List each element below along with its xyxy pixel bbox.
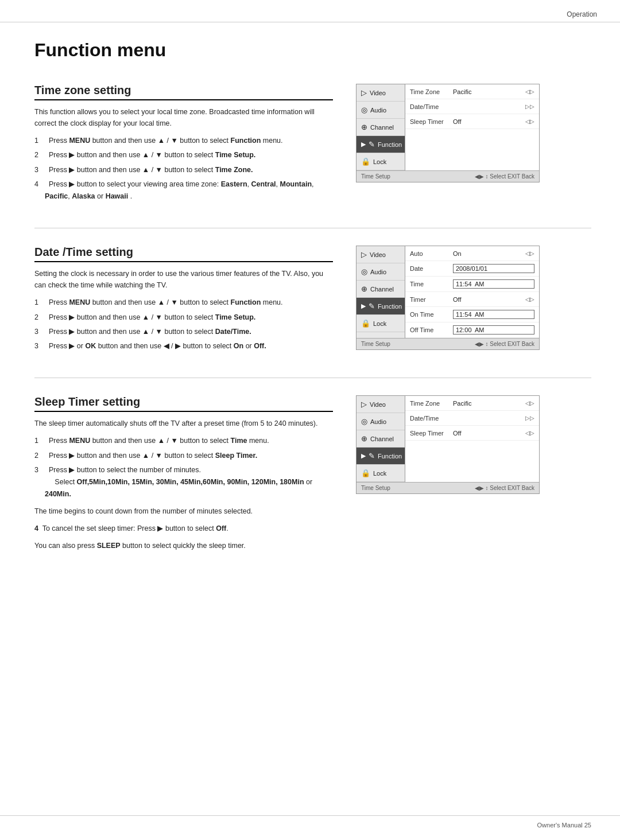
tv-menu: ▷ Video ◎ Audio ⊕ Channel ▶ ✎ Function bbox=[356, 84, 539, 170]
row-value-date: 2008/01/01 bbox=[453, 264, 534, 273]
footer-page-number: Owner's Manual 25 bbox=[537, 822, 591, 829]
tv-sidebar-st: ▷ Video ◎ Audio ⊕ Channel ▶ ✎ Function bbox=[356, 396, 405, 482]
row-arrow-dt-st: ▷▷ bbox=[525, 415, 534, 421]
tv-footer-datetime: Time Setup ◀▶ ↕ Select EXIT Back bbox=[356, 338, 539, 349]
row-value-auto: On bbox=[453, 250, 523, 257]
sidebar-label-lock: Lock bbox=[373, 158, 386, 165]
lock-icon: 🔒 bbox=[361, 157, 370, 166]
row-arrow-sleeptimer: ◁▷ bbox=[525, 118, 534, 125]
tv-row-time: Time 11:54 AM bbox=[405, 277, 539, 292]
sidebar-item-function: ▶ ✎ Function bbox=[356, 136, 405, 153]
sidebar-label-audio: Audio bbox=[370, 107, 386, 114]
sidebar-item-audio-dt: ◎ Audio bbox=[356, 263, 405, 281]
section-sleeptimer-text: Sleep Timer setting The sleep timer auto… bbox=[34, 395, 356, 557]
tv-row-tz-st: Time Zone Pacific ◁▷ bbox=[405, 396, 539, 411]
tv-row-ontime: On Time 11:54 AM bbox=[405, 307, 539, 322]
row-arrow-auto: ◁▷ bbox=[525, 250, 534, 256]
step-item: 3 Press ▶ button and then use ▲ / ▼ butt… bbox=[34, 164, 333, 176]
lock-icon-st: 🔒 bbox=[361, 469, 370, 477]
tv-main-timezone: Time Zone Pacific ◁▷ Date/Time ▷▷ Sleep … bbox=[405, 84, 539, 170]
sidebar-item-channel: ⊕ Channel bbox=[356, 119, 405, 136]
row-value-sl-st: Off bbox=[453, 430, 523, 437]
datetime-intro: Setting the clock is necessary in order … bbox=[34, 268, 333, 291]
row-value-timezone: Pacific bbox=[453, 88, 523, 95]
row-value-offtime: 12:00 AM bbox=[453, 325, 534, 335]
sleeptimer-heading: Sleep Timer setting bbox=[34, 395, 333, 412]
header-operation: Operation bbox=[567, 10, 597, 18]
sidebar-label-video: Video bbox=[370, 90, 386, 96]
channel-icon-st: ⊕ bbox=[361, 434, 367, 443]
row-label-time: Time bbox=[410, 281, 453, 287]
audio-icon: ◎ bbox=[361, 106, 367, 114]
sidebar-label-channel-dt: Channel bbox=[370, 286, 394, 293]
sidebar-item-lock-st: 🔒 Lock bbox=[356, 465, 405, 482]
row-value-time: 11:54 AM bbox=[453, 279, 534, 289]
sidebar-item-audio-st: ◎ Audio bbox=[356, 413, 405, 430]
timezone-steps: 1 Press MENU button and then use ▲ / ▼ b… bbox=[34, 135, 333, 203]
row-arrow-sl-st: ◁▷ bbox=[525, 430, 534, 436]
datetime-heading: Date /Time setting bbox=[34, 246, 333, 262]
video-icon-dt: ▷ bbox=[361, 250, 367, 259]
page-title: Function menu bbox=[34, 40, 591, 61]
sidebar-item-function-st: ▶ ✎ Function bbox=[356, 448, 405, 465]
main-content: Function menu Time zone setting This fun… bbox=[0, 22, 620, 615]
row-value-timer: Off bbox=[453, 296, 523, 303]
row-value-tz-st: Pacific bbox=[453, 400, 523, 407]
tv-row-offtime: Off Time 12:00 AM bbox=[405, 322, 539, 338]
row-label-datetime: Date/Time bbox=[410, 103, 453, 110]
row-arrow-timer: ◁▷ bbox=[525, 296, 534, 302]
divider-1 bbox=[34, 228, 591, 228]
tv-ui-datetime: ▷ Video ◎ Audio ⊕ Channel ▶ ✎ Function bbox=[356, 246, 540, 350]
sidebar-item-video-dt: ▷ Video bbox=[356, 246, 405, 263]
tv-ui-timezone: ▷ Video ◎ Audio ⊕ Channel ▶ ✎ Function bbox=[356, 84, 540, 182]
function-icon-st: ✎ bbox=[369, 452, 375, 460]
footer-hint-dt: ◀▶ ↕ Select EXIT Back bbox=[475, 341, 534, 347]
sidebar-label-lock-dt: Lock bbox=[373, 320, 386, 327]
sidebar-label-lock-st: Lock bbox=[373, 470, 386, 477]
sidebar-label-channel: Channel bbox=[370, 124, 394, 131]
footer-section-label-st: Time Setup bbox=[361, 485, 390, 491]
page-footer: Owner's Manual 25 bbox=[0, 815, 620, 829]
section-timezone: Time zone setting This function allows y… bbox=[34, 84, 591, 205]
sleeptimer-steps: 1 Press MENU button and then use ▲ / ▼ b… bbox=[34, 435, 333, 500]
lock-icon-dt: 🔒 bbox=[361, 319, 370, 328]
sidebar-label-function: Function bbox=[378, 141, 402, 148]
channel-icon-dt: ⊕ bbox=[361, 285, 367, 293]
section-datetime-text: Date /Time setting Setting the clock is … bbox=[34, 246, 356, 355]
row-label-tz-st: Time Zone bbox=[410, 400, 453, 407]
row-value-ontime: 11:54 AM bbox=[453, 310, 534, 319]
row-label-timezone: Time Zone bbox=[410, 88, 453, 95]
sidebar-label-audio-st: Audio bbox=[370, 418, 386, 425]
row-label-date: Date bbox=[410, 265, 453, 272]
channel-icon: ⊕ bbox=[361, 123, 367, 131]
sidebar-label-video-dt: Video bbox=[370, 251, 386, 258]
function-icon: ✎ bbox=[369, 140, 375, 149]
step-item: 3 Press ▶ or OK button and then use ◀ / … bbox=[34, 340, 333, 352]
step-item: 4 Press ▶ button to select your viewing … bbox=[34, 178, 333, 203]
arrow-icon: ▶ bbox=[361, 141, 366, 148]
tv-ui-sleeptimer: ▷ Video ◎ Audio ⊕ Channel ▶ ✎ Function bbox=[356, 395, 540, 494]
row-label-sleeptimer: Sleep Timer bbox=[410, 118, 453, 125]
section-sleeptimer: Sleep Timer setting The sleep timer auto… bbox=[34, 395, 591, 557]
tv-sidebar-dt: ▷ Video ◎ Audio ⊕ Channel ▶ ✎ Function bbox=[356, 246, 405, 338]
row-value-sleeptimer: Off bbox=[453, 118, 523, 125]
row-arrow-timezone: ◁▷ bbox=[525, 88, 534, 95]
sleeptimer-intro: The sleep timer automatically shuts off … bbox=[34, 418, 333, 429]
video-icon-st: ▷ bbox=[361, 400, 367, 409]
row-label-dt-st: Date/Time bbox=[410, 415, 453, 422]
footer-section-label: Time Setup bbox=[361, 173, 390, 180]
sidebar-item-video: ▷ Video bbox=[356, 84, 405, 102]
row-label-ontime: On Time bbox=[410, 311, 453, 318]
section-datetime: Date /Time setting Setting the clock is … bbox=[34, 246, 591, 355]
tv-row-auto: Auto On ◁▷ bbox=[405, 246, 539, 261]
sleep-note: You can also press SLEEP button to selec… bbox=[34, 540, 333, 551]
sidebar-item-audio: ◎ Audio bbox=[356, 102, 405, 119]
timezone-intro: This function allows you to select your … bbox=[34, 106, 333, 129]
row-label-auto: Auto bbox=[410, 250, 453, 257]
video-icon: ▷ bbox=[361, 88, 367, 97]
row-arrow-datetime: ▷▷ bbox=[525, 103, 534, 110]
sidebar-label-function-st: Function bbox=[378, 453, 402, 460]
divider-2 bbox=[34, 378, 591, 378]
tv-sidebar: ▷ Video ◎ Audio ⊕ Channel ▶ ✎ Function bbox=[356, 84, 405, 170]
countdown-text: The time begins to count down from the n… bbox=[34, 505, 333, 517]
